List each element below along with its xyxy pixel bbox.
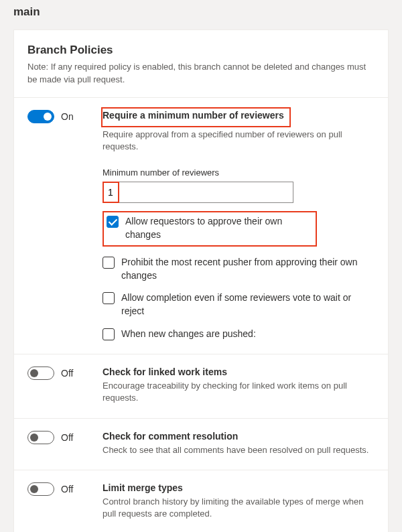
highlight-allow-self: Allow requestors to approve their own ch… (103, 211, 317, 247)
toggle-state-label: On (61, 111, 74, 122)
toggle-linked-items[interactable] (27, 367, 54, 380)
checkbox-allow-completion[interactable] (103, 292, 115, 304)
policy-title-comment-resolution: Check for comment resolution (103, 431, 375, 442)
policy-desc-min-reviewers: Require approval from a specified number… (103, 129, 375, 153)
policy-desc-limit-merge: Control branch history by limiting the a… (103, 496, 375, 520)
min-reviewers-input[interactable] (104, 183, 118, 202)
checkbox-new-changes[interactable] (103, 328, 115, 340)
policy-comment-resolution: Off Check for comment resolution Check t… (14, 419, 388, 470)
toggle-min-reviewers[interactable] (27, 110, 54, 123)
checkbox-allow-self[interactable] (107, 216, 119, 228)
policy-linked-items: Off Check for linked work items Encourag… (14, 354, 388, 418)
policy-title-min-reviewers: Require a minimum number of reviewers (103, 110, 284, 121)
branch-policies-card: Branch Policies Note: If any required po… (13, 29, 389, 532)
highlight-title: Require a minimum number of reviewers (101, 107, 291, 127)
policy-title-linked-items: Check for linked work items (103, 367, 375, 377)
policy-title-limit-merge: Limit merge types (103, 482, 375, 493)
highlight-input-value (103, 182, 119, 203)
toggle-state-label: Off (61, 432, 73, 443)
label-allow-completion: Allow completion even if some reviewers … (121, 291, 375, 318)
policies-title: Branch Policies (27, 44, 375, 57)
label-allow-self: Allow requestors to approve their own ch… (125, 215, 312, 241)
policy-desc-comment-resolution: Check to see that all comments have been… (103, 444, 375, 456)
label-new-changes: When new changes are pushed: (121, 328, 256, 341)
policies-note: Note: If any required policy is enabled,… (27, 61, 375, 86)
min-reviewers-input-rest[interactable] (119, 182, 293, 203)
checkbox-prohibit-pusher[interactable] (103, 257, 115, 269)
policy-limit-merge: Off Limit merge types Control branch his… (14, 470, 388, 532)
toggle-comment-resolution[interactable] (27, 431, 54, 444)
card-header: Branch Policies Note: If any required po… (14, 30, 388, 98)
branch-name: main (13, 5, 389, 19)
min-reviewers-field-label: Minimum number of reviewers (103, 168, 375, 178)
toggle-state-label: Off (61, 368, 73, 379)
label-prohibit-pusher: Prohibit the most recent pusher from app… (121, 256, 375, 282)
policy-min-reviewers: On Require a minimum number of reviewers… (14, 98, 388, 355)
toggle-limit-merge[interactable] (27, 482, 54, 496)
toggle-state-label: Off (61, 484, 73, 494)
policy-desc-linked-items: Encourage traceability by checking for l… (103, 380, 375, 404)
